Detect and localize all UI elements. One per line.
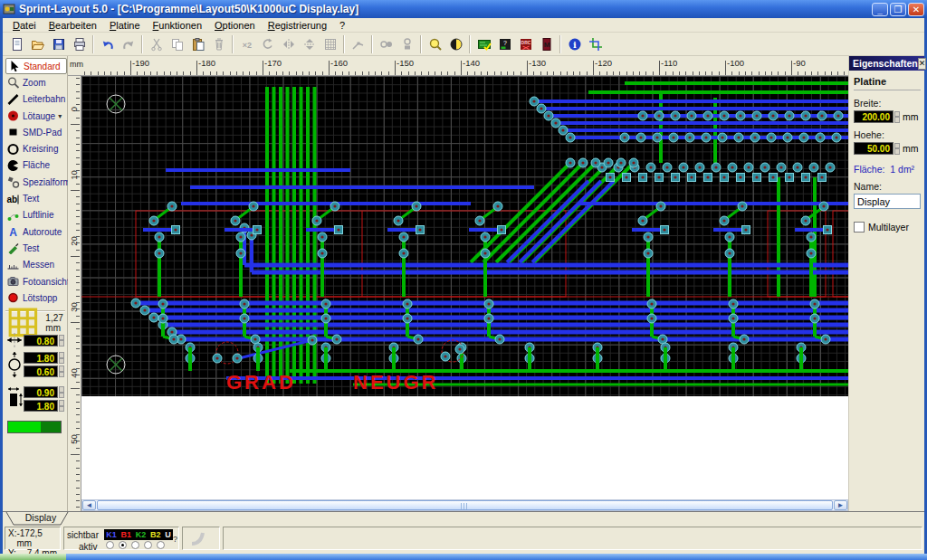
board-height-value[interactable]: 50.00: [854, 142, 894, 155]
copy-button[interactable]: [167, 34, 187, 54]
photo-view-button[interactable]: [445, 34, 466, 54]
tool-leiterbahn[interactable]: Leiterbahn: [5, 91, 67, 108]
board-width-spinner[interactable]: [894, 111, 900, 123]
ruler-tick: [76, 210, 80, 211]
track-width-value[interactable]: 0.80: [24, 335, 58, 346]
menu-registrierung[interactable]: Registrierung: [262, 19, 333, 32]
duplicate-button[interactable]: ×2: [236, 34, 257, 54]
edit-nodes-button[interactable]: [348, 34, 368, 54]
layer-button-k2[interactable]: K2: [136, 530, 147, 539]
tool-spezialform[interactable]: Spezialform: [5, 174, 67, 190]
tool-loetstopp[interactable]: Lötstopp: [5, 289, 67, 306]
mirror-horizontal-button[interactable]: [278, 34, 299, 54]
drc-button[interactable]: DRC: [515, 34, 536, 54]
mirror-vertical-button[interactable]: [299, 34, 320, 54]
tool-loetauge[interactable]: Lötauge▾: [5, 108, 67, 124]
ruler-label: -140: [463, 58, 480, 68]
start-button-edge[interactable]: [0, 554, 66, 560]
layer-button-b2[interactable]: B2: [150, 530, 161, 539]
pad-mode-button[interactable]: [376, 34, 397, 54]
tool-kreisring[interactable]: Kreisring: [5, 140, 67, 157]
ruler-label: 40: [69, 365, 79, 383]
crop-board-button[interactable]: [585, 34, 606, 54]
taskbar-strip[interactable]: [66, 554, 927, 560]
ruler-tick: [693, 71, 693, 75]
open-file-button[interactable]: [27, 34, 48, 54]
paste-button[interactable]: [187, 34, 208, 54]
properties-close-button[interactable]: ✕: [918, 58, 927, 70]
tool-standard[interactable]: Standard: [5, 58, 67, 74]
rotate-button[interactable]: [257, 34, 278, 54]
tool-zoom[interactable]: Zoom: [5, 74, 67, 90]
close-button[interactable]: ✕: [908, 3, 924, 16]
tool-luftlinie[interactable]: Luftlinie: [5, 207, 67, 223]
restore-button[interactable]: ❐: [890, 3, 906, 16]
grid-setting[interactable]: 1,27 mm: [5, 316, 67, 330]
board-check-button[interactable]: [473, 34, 494, 54]
delete-button[interactable]: [208, 34, 229, 54]
redo-button[interactable]: [118, 34, 139, 54]
tab-display[interactable]: Display: [5, 512, 76, 526]
scroll-right-button[interactable]: ►: [834, 500, 847, 510]
ruler-tick: [791, 61, 792, 75]
ruler-tick: [98, 71, 99, 75]
info-button[interactable]: i: [564, 34, 585, 54]
menu-?[interactable]: ?: [333, 19, 351, 32]
undo-button[interactable]: [97, 34, 118, 54]
smd-width-spinner[interactable]: [59, 386, 64, 398]
connection-test-button[interactable]: ?: [494, 34, 515, 54]
smd-width-value[interactable]: 0.90: [24, 386, 58, 398]
active-layer-radio-u[interactable]: [157, 541, 165, 549]
ruler-tick: [315, 71, 316, 75]
zoom-button[interactable]: [425, 34, 445, 54]
smd-height-spinner[interactable]: [59, 400, 64, 412]
layer-button-b1[interactable]: B1: [121, 530, 132, 539]
menu-datei[interactable]: Datei: [6, 19, 43, 32]
tool-test[interactable]: Test: [5, 240, 67, 256]
active-layer-radio-k1[interactable]: [106, 541, 114, 549]
new-file-button[interactable]: [6, 34, 27, 54]
pad-shape-dropdown-icon[interactable]: ▾: [58, 112, 62, 120]
ruler-tick: [507, 71, 508, 75]
pad-drill-spinner[interactable]: [59, 365, 64, 377]
layer-button-u[interactable]: U: [165, 530, 171, 539]
board-height-spinner[interactable]: [894, 143, 900, 155]
menu-bearbeiten[interactable]: Bearbeiten: [43, 19, 103, 32]
pcb-canvas[interactable]: GRADNEUGR: [81, 76, 848, 396]
ruler-tick: [560, 71, 561, 75]
bend-mode-panel[interactable]: [182, 527, 220, 550]
active-layer-radio-k2[interactable]: [131, 541, 139, 549]
menu-platine[interactable]: Platine: [103, 19, 147, 32]
layer-button-k1[interactable]: K1: [106, 530, 117, 539]
ruler-label: -180: [198, 58, 215, 68]
pad-outer-value[interactable]: 1.80: [24, 352, 58, 364]
track-width-spinner[interactable]: [59, 335, 64, 346]
pad-mode2-button[interactable]: [397, 34, 417, 54]
pad-drill-value[interactable]: 0.60: [24, 365, 58, 377]
board-width-value[interactable]: 200.00: [854, 110, 894, 123]
tool-autoroute[interactable]: AAutoroute: [5, 223, 67, 240]
tool-flaeche[interactable]: Fläche: [5, 157, 67, 174]
scrollbar-thumb[interactable]: [97, 500, 833, 510]
active-layer-radio-b1[interactable]: [119, 541, 127, 549]
multilayer-checkbox[interactable]: [854, 222, 865, 233]
scroll-left-button[interactable]: ◄: [82, 500, 96, 510]
layer-color-bar[interactable]: [7, 421, 62, 433]
cut-button[interactable]: [146, 34, 167, 54]
save-button[interactable]: [48, 34, 69, 54]
tool-text[interactable]: abText: [5, 190, 67, 206]
tool-messen[interactable]: Messen: [5, 257, 67, 273]
menu-optionen[interactable]: Optionen: [208, 19, 262, 32]
minimize-button[interactable]: _: [872, 3, 888, 16]
main-toolbar: ×2?DRCMi: [3, 33, 924, 56]
pattern-button[interactable]: [320, 34, 340, 54]
macro-library-button[interactable]: M: [536, 34, 557, 54]
print-button[interactable]: [69, 34, 90, 54]
tool-fotoansicht[interactable]: Fotoansicht: [5, 273, 67, 289]
board-name-input[interactable]: [854, 194, 921, 209]
tool-smd-pad[interactable]: SMD-Pad: [5, 124, 67, 140]
menu-funktionen[interactable]: Funktionen: [147, 19, 208, 32]
active-layer-radio-b2[interactable]: [144, 541, 152, 549]
smd-height-value[interactable]: 1.80: [24, 400, 58, 412]
pad-outer-spinner[interactable]: [59, 352, 64, 364]
